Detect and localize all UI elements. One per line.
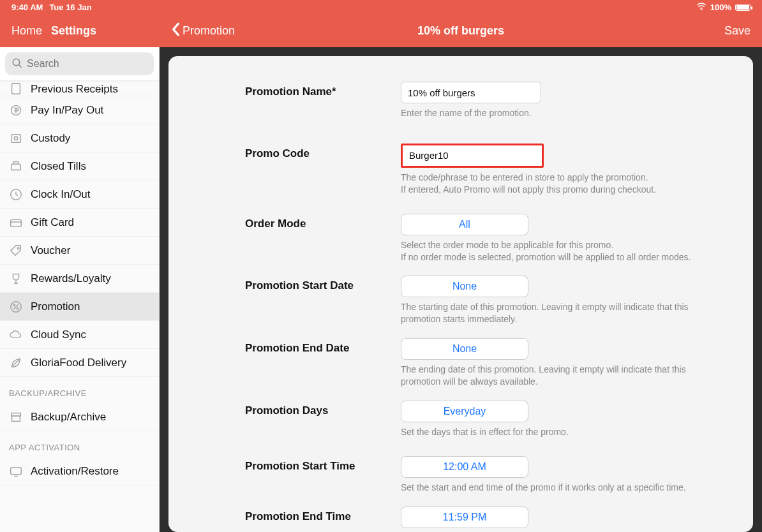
- end-time-label: Promotion End Time: [245, 506, 385, 532]
- status-bar: 9:40 AM Tue 16 Jan 100%: [0, 0, 762, 14]
- svg-rect-3: [12, 84, 20, 94]
- days-label: Promotion Days: [245, 401, 385, 438]
- start-date-hint: The starting date of this promotion. Lea…: [401, 301, 694, 325]
- sidebar-item-label: Custody: [31, 132, 70, 145]
- nav-settings[interactable]: Settings: [51, 24, 96, 38]
- back-button[interactable]: Promotion: [171, 22, 235, 40]
- end-date-hint: The ending date of this promotion. Leavi…: [401, 364, 694, 388]
- sidebar-item-activation[interactable]: Activation/Restore: [0, 457, 159, 485]
- sidebar-item-previous-receipts[interactable]: Previous Receipts: [0, 81, 159, 96]
- sidebar-item-closed-tills[interactable]: Closed Tills: [0, 152, 159, 181]
- days-hint: Set the days that is in effect for the p…: [401, 426, 694, 438]
- svg-point-1: [13, 59, 20, 66]
- order-mode-button[interactable]: All: [401, 214, 528, 235]
- sidebar-item-cloud-sync[interactable]: Cloud Sync: [0, 321, 159, 349]
- wifi-icon: [696, 3, 706, 12]
- svg-line-16: [13, 304, 18, 309]
- clock-icon: [9, 188, 23, 202]
- cash-icon: [9, 103, 23, 117]
- order-mode-hint: Select the order mode to be applicable f…: [401, 239, 694, 263]
- svg-point-14: [13, 304, 15, 306]
- promo-code-hint: The code/phrase to be entered in store t…: [401, 172, 694, 196]
- sidebar-item-label: Voucher: [31, 244, 70, 257]
- start-time-hint: Set the start and end time of the promo …: [401, 482, 694, 494]
- archive-icon: [9, 410, 23, 424]
- svg-rect-19: [11, 467, 22, 474]
- leaf-icon: [9, 356, 23, 370]
- svg-rect-8: [13, 161, 18, 164]
- sidebar-item-voucher[interactable]: Voucher: [0, 237, 159, 265]
- register-icon: [9, 159, 23, 174]
- status-date: Tue 16 Jan: [49, 3, 91, 12]
- sidebar-item-label: Gift Card: [31, 216, 74, 229]
- search-icon: [11, 57, 23, 69]
- svg-point-6: [14, 137, 18, 140]
- svg-line-2: [19, 64, 22, 68]
- chevron-left-icon: [171, 22, 180, 40]
- sidebar-item-gift-card[interactable]: Gift Card: [0, 209, 159, 237]
- sidebar-item-backup[interactable]: Backup/Archive: [0, 403, 159, 431]
- cloud-icon: [9, 328, 23, 342]
- battery-text: 100%: [710, 3, 731, 12]
- sidebar-item-label: GloriaFood Delivery: [31, 357, 126, 369]
- sidebar-item-gloriafood[interactable]: GloriaFood Delivery: [0, 349, 159, 377]
- sidebar-item-label: Previous Receipts: [31, 83, 118, 96]
- svg-rect-10: [11, 219, 22, 226]
- sidebar-item-label: Rewards/Loyalty: [31, 272, 111, 285]
- main-area: Promotion Name* Enter the name of the pr…: [160, 47, 762, 532]
- save-button[interactable]: Save: [724, 24, 751, 38]
- sidebar-section-backup: BACKUP/ARCHIVE: [0, 377, 159, 403]
- promotion-name-input[interactable]: [401, 82, 541, 103]
- order-mode-label: Order Mode: [245, 214, 385, 263]
- monitor-icon: [9, 464, 23, 478]
- sidebar-item-label: Promotion: [31, 300, 80, 313]
- sidebar-item-label: Clock In/Out: [31, 188, 91, 201]
- start-time-label: Promotion Start Time: [245, 456, 385, 494]
- status-time: 9:40 AM: [11, 3, 43, 12]
- gift-icon: [9, 216, 23, 230]
- end-date-button[interactable]: None: [401, 338, 528, 360]
- promo-code-input[interactable]: [401, 144, 544, 168]
- days-button[interactable]: Everyday: [401, 401, 528, 422]
- battery-icon: [735, 4, 751, 11]
- svg-rect-7: [11, 164, 21, 170]
- promotion-name-hint: Enter the name of the promotion.: [401, 107, 694, 119]
- sidebar-item-label: Closed Tills: [31, 160, 86, 173]
- sidebar-item-label: Cloud Sync: [31, 329, 86, 341]
- svg-point-0: [701, 9, 701, 10]
- sidebar-item-label: Activation/Restore: [31, 465, 119, 478]
- sidebar-item-custody[interactable]: Custody: [0, 124, 159, 152]
- start-date-button[interactable]: None: [401, 276, 528, 297]
- svg-rect-18: [12, 416, 20, 421]
- shield-icon: [9, 131, 23, 145]
- sidebar-item-label: Pay In/Pay Out: [31, 104, 103, 117]
- search-input[interactable]: [5, 52, 154, 75]
- trophy-icon: [9, 272, 23, 286]
- sidebar-item-label: Backup/Archive: [31, 411, 106, 424]
- sidebar: Previous Receipts Pay In/Pay Out Custody…: [0, 47, 160, 532]
- start-time-button[interactable]: 12:00 AM: [401, 456, 528, 478]
- sidebar-item-clock[interactable]: Clock In/Out: [0, 181, 159, 209]
- svg-point-12: [17, 247, 19, 249]
- percent-icon: [9, 300, 23, 314]
- sidebar-item-promotion[interactable]: Promotion: [0, 293, 159, 321]
- receipt-icon: [9, 82, 23, 96]
- page-title: 10% off burgers: [160, 24, 762, 38]
- svg-rect-5: [11, 134, 21, 142]
- form-card: Promotion Name* Enter the name of the pr…: [168, 56, 753, 532]
- top-bar: Home Settings Promotion 10% off burgers …: [0, 14, 762, 47]
- start-date-label: Promotion Start Date: [245, 276, 385, 325]
- promotion-name-label: Promotion Name*: [245, 82, 385, 119]
- sidebar-section-activation: APP ACTIVATION: [0, 431, 159, 457]
- nav-home[interactable]: Home: [11, 24, 42, 38]
- promo-code-label: Promo Code: [245, 144, 385, 196]
- back-label: Promotion: [183, 24, 235, 38]
- end-date-label: Promotion End Date: [245, 338, 385, 388]
- sidebar-item-rewards[interactable]: Rewards/Loyalty: [0, 265, 159, 293]
- end-time-button[interactable]: 11:59 PM: [401, 506, 528, 528]
- tag-icon: [9, 244, 23, 258]
- sidebar-item-pay-in-out[interactable]: Pay In/Pay Out: [0, 96, 159, 124]
- svg-point-15: [17, 307, 19, 309]
